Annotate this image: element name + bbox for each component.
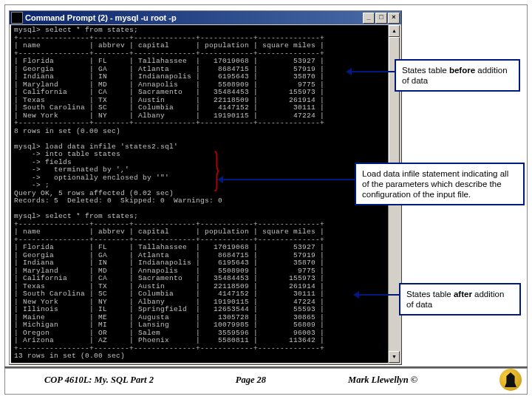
arrow-after: [355, 294, 399, 296]
scroll-down-button[interactable]: ▼: [389, 351, 400, 363]
ucf-logo-icon: [499, 369, 522, 391]
callout-text: States table: [402, 66, 449, 75]
minimize-button[interactable]: _: [363, 13, 375, 24]
window-title: Command Prompt (2) - mysql -u root -p: [25, 13, 363, 22]
brace-icon: }: [213, 140, 220, 195]
arrow-load: [219, 179, 355, 180]
callout-bold: before: [449, 66, 475, 75]
maximize-button[interactable]: □: [375, 13, 387, 24]
callout-load: Load data infile statement indicating al…: [355, 163, 525, 205]
titlebar: Command Prompt (2) - mysql -u root -p _ …: [10, 11, 401, 24]
footer-center: Page 28: [236, 375, 266, 386]
footer-divider: [4, 366, 528, 369]
callout-text: States table: [406, 290, 454, 299]
terminal-output[interactable]: mysql> select * from states; +----------…: [11, 25, 388, 363]
callout-bold: after: [454, 290, 472, 299]
cmd-icon: [11, 12, 23, 24]
footer-left: COP 4610L: My. SQL Part 2: [44, 375, 154, 386]
arrow-before: [347, 71, 395, 72]
callout-text: Load data infile statement indicating al…: [362, 169, 508, 199]
scroll-up-button[interactable]: ▲: [389, 25, 400, 37]
footer: COP 4610L: My. SQL Part 2 Page 28 Mark L…: [0, 366, 532, 393]
window-controls: _ □ ×: [363, 13, 400, 24]
callout-after: States table after addition of data: [399, 283, 521, 316]
footer-right: Mark Llewellyn ©: [348, 375, 417, 386]
close-button[interactable]: ×: [388, 13, 400, 24]
scroll-thumb[interactable]: [389, 37, 400, 171]
cmd-window: Command Prompt (2) - mysql -u root -p _ …: [9, 10, 402, 365]
callout-before: States table before addition of data: [395, 59, 520, 92]
